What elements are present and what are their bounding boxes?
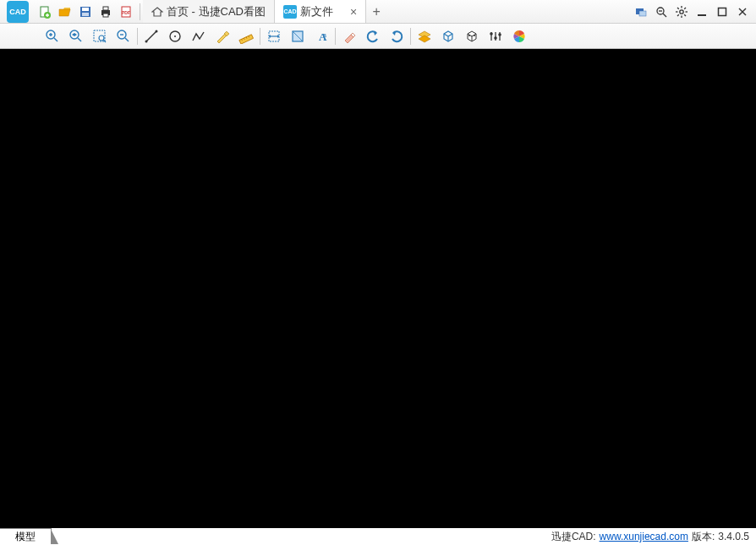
svg-point-42: [156, 30, 158, 32]
svg-point-58: [474, 35, 475, 36]
svg-line-29: [54, 38, 58, 41]
svg-text:a: a: [323, 32, 326, 38]
measure-tool[interactable]: [238, 28, 255, 45]
feedback-icon[interactable]: [634, 5, 648, 19]
polyline-tool[interactable]: [190, 28, 207, 45]
svg-line-20: [677, 8, 679, 9]
status-brand: 迅捷CAD:: [551, 530, 596, 544]
highlight-tool[interactable]: [214, 28, 231, 45]
close-button[interactable]: [736, 5, 749, 19]
home-icon: [151, 6, 163, 18]
model-tab[interactable]: 模型: [0, 528, 52, 544]
svg-line-40: [146, 31, 156, 41]
settings-button[interactable]: [675, 5, 688, 19]
svg-point-44: [174, 35, 176, 37]
block-button[interactable]: [463, 28, 480, 45]
svg-rect-4: [82, 13, 89, 16]
svg-line-22: [677, 14, 679, 16]
zoom-in-tool[interactable]: [44, 28, 61, 45]
svg-point-15: [680, 9, 683, 13]
export-pdf-button[interactable]: PDF: [118, 4, 134, 19]
svg-rect-3: [82, 8, 89, 11]
save-button[interactable]: [78, 4, 93, 19]
drawing-canvas[interactable]: [0, 49, 756, 528]
line-tool[interactable]: [143, 28, 160, 45]
separator: [140, 3, 140, 20]
eraser-tool[interactable]: [341, 28, 358, 45]
new-file-button[interactable]: [37, 4, 52, 19]
svg-rect-25: [719, 8, 726, 15]
settings-tool[interactable]: [487, 28, 504, 45]
area-tool[interactable]: [289, 28, 306, 45]
tab-active-label: 新文件: [300, 4, 333, 19]
svg-line-13: [663, 14, 666, 17]
3d-view-button[interactable]: [440, 28, 457, 45]
svg-line-21: [684, 14, 686, 16]
svg-rect-6: [103, 7, 108, 10]
svg-rect-46: [239, 34, 254, 43]
svg-point-63: [494, 36, 497, 40]
tab-home-label: 首页 - 迅捷CAD看图: [167, 4, 266, 19]
maximize-button[interactable]: [715, 5, 729, 19]
print-button[interactable]: [98, 4, 113, 19]
zoom-out-tool[interactable]: [115, 28, 132, 45]
tab-close-button[interactable]: ×: [350, 5, 357, 19]
status-version: 3.4.0.5: [718, 531, 749, 542]
svg-point-41: [145, 40, 148, 42]
svg-line-38: [125, 38, 129, 41]
model-tab-label: 模型: [15, 531, 36, 542]
svg-point-57: [468, 35, 470, 36]
tab-home[interactable]: 首页 - 迅捷CAD看图: [143, 0, 275, 23]
minimize-button[interactable]: [695, 5, 709, 19]
svg-point-62: [490, 32, 493, 35]
svg-text:PDF: PDF: [122, 10, 130, 15]
svg-point-64: [498, 33, 501, 36]
svg-rect-11: [639, 11, 646, 16]
cad-doc-icon: CAD: [283, 5, 297, 19]
undo-button[interactable]: [364, 28, 381, 45]
svg-line-33: [78, 38, 81, 41]
zoom-out-icon[interactable]: [655, 5, 668, 19]
svg-rect-7: [103, 14, 108, 17]
dimension-tool[interactable]: [266, 28, 282, 45]
circle-tool[interactable]: [167, 28, 184, 45]
text-tool[interactable]: Aa: [313, 28, 330, 45]
redo-button[interactable]: [388, 28, 405, 45]
layers-button[interactable]: [416, 28, 433, 45]
status-bar: 迅捷CAD: www.xunjiecad.com 版本: 3.4.0.5: [551, 530, 756, 544]
app-logo: CAD: [2, 1, 34, 23]
status-link[interactable]: www.xunjiecad.com: [600, 531, 688, 542]
tab-active[interactable]: CAD 新文件 ×: [275, 0, 366, 23]
color-wheel-button[interactable]: [511, 28, 528, 45]
new-tab-button[interactable]: +: [366, 0, 386, 23]
status-version-label: 版本:: [692, 530, 715, 544]
zoom-extents-tool[interactable]: [68, 28, 85, 45]
svg-line-23: [684, 8, 686, 9]
zoom-window-tool[interactable]: [91, 28, 108, 45]
open-file-button[interactable]: [58, 4, 73, 19]
